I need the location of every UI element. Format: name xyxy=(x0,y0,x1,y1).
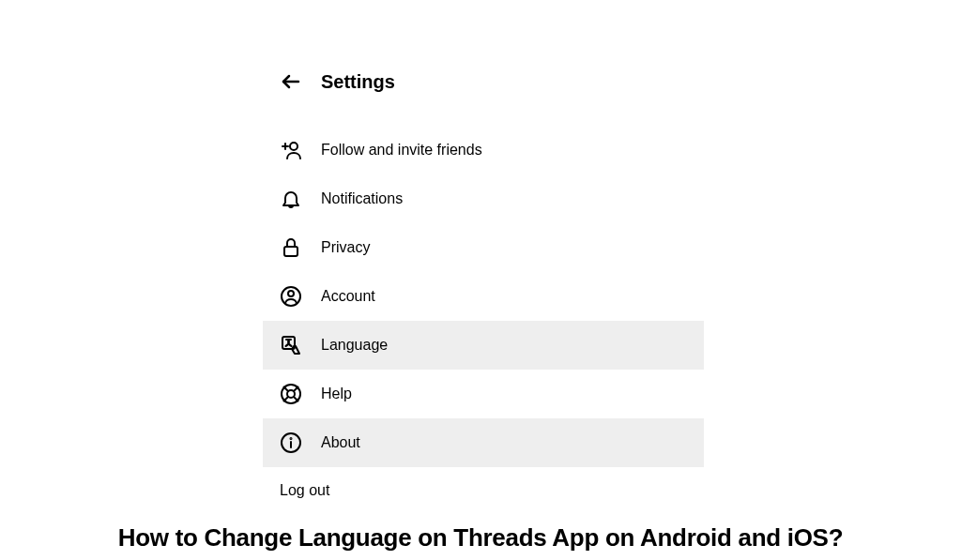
menu-item-label: About xyxy=(321,434,360,451)
menu-item-label: Follow and invite friends xyxy=(321,142,482,159)
svg-point-6 xyxy=(288,291,294,296)
menu-item-help[interactable]: Help xyxy=(263,370,704,418)
menu-item-about[interactable]: About xyxy=(263,418,704,467)
svg-line-11 xyxy=(294,397,298,401)
menu-item-label: Privacy xyxy=(321,239,370,256)
menu-item-label: Log out xyxy=(280,482,329,498)
language-icon xyxy=(280,334,302,356)
settings-header: Settings xyxy=(263,70,704,93)
account-icon xyxy=(280,285,302,308)
lock-icon xyxy=(280,236,302,259)
menu-item-account[interactable]: Account xyxy=(263,272,704,321)
svg-line-12 xyxy=(294,387,298,392)
svg-line-10 xyxy=(284,387,289,392)
menu-item-language[interactable]: Language xyxy=(263,321,704,370)
svg-point-1 xyxy=(290,143,297,150)
info-icon xyxy=(280,431,302,454)
menu-item-label: Notifications xyxy=(321,190,403,207)
help-icon xyxy=(280,383,302,405)
menu-item-follow[interactable]: Follow and invite friends xyxy=(263,126,704,174)
menu-item-label: Account xyxy=(321,288,375,305)
settings-panel: Settings Follow and invite friends Notif… xyxy=(263,70,704,514)
menu-item-privacy[interactable]: Privacy xyxy=(263,223,704,272)
svg-rect-4 xyxy=(284,247,297,256)
menu-item-label: Language xyxy=(321,337,388,354)
add-person-icon xyxy=(280,139,302,161)
menu-item-label: Help xyxy=(321,386,352,402)
bell-icon xyxy=(280,188,302,210)
svg-point-16 xyxy=(291,438,292,439)
back-icon[interactable] xyxy=(280,70,302,93)
menu-item-notifications[interactable]: Notifications xyxy=(263,174,704,223)
menu-item-logout[interactable]: Log out xyxy=(263,467,704,514)
page-title: Settings xyxy=(321,71,395,93)
svg-line-13 xyxy=(284,397,289,401)
article-caption: How to Change Language on Threads App on… xyxy=(0,523,961,552)
